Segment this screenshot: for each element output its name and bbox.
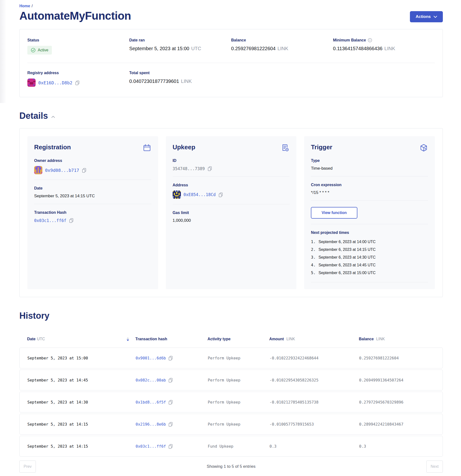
view-function-button[interactable]: View function (311, 207, 357, 219)
table-row: September 5, 2023 at 14:45 0x082c...00ab… (19, 370, 443, 391)
owner-address-group: Owner address 0x9d08...b717 (34, 159, 151, 180)
sort-descending-icon[interactable] (127, 337, 129, 341)
row-date: September 5, 2023 at 14:30 (27, 400, 136, 405)
details-heading-label: Details (19, 111, 48, 121)
status-card-row-1: Status Active Date ran September 5, 2023… (27, 38, 435, 55)
row-date: September 5, 2023 at 15:00 (27, 356, 136, 360)
date-ran-value: September 5, 2023 at 15:00 (129, 46, 189, 51)
upkeep-title: Upkeep (173, 144, 195, 151)
row-balance: 0.28994224210843467 (359, 422, 435, 426)
row-activity: Perform Upkeep (208, 378, 270, 382)
item-number: 2. (311, 246, 315, 254)
row-hash-link[interactable]: 0x2196...8e6b (136, 422, 166, 426)
row-hash-link[interactable]: 0x1bd8...6f5f (136, 400, 166, 405)
table-row: September 5, 2023 at 14:15 0x2196...8e6b… (19, 414, 443, 434)
details-card: Registration Owner address 0x9d08...b717 (19, 128, 443, 297)
upkeep-card: Upkeep ID 354748...7389 Address (166, 136, 296, 289)
info-icon[interactable] (368, 38, 372, 42)
gas-limit-group: Gas limit 1,000,000 (173, 211, 290, 228)
trigger-card: Trigger Type Time-based Cron expression … (304, 136, 435, 289)
registration-tx-link[interactable]: 0x03c1...ff6f (34, 218, 66, 223)
row-date: September 5, 2023 at 14:15 (27, 444, 136, 449)
status-card-row-2: Registry address 0xE16D...D8b2 Total spe… (27, 71, 435, 87)
column-header-amount: Amount LINK (269, 337, 359, 341)
table-row: September 5, 2023 at 14:30 0x1bd8...6f5f… (19, 392, 443, 413)
left-edge-shadow (0, 0, 6, 103)
copy-icon[interactable] (168, 400, 173, 405)
balance-header-unit: LINK (376, 337, 385, 341)
view-function-group: View function (311, 207, 428, 224)
details-heading: Details (19, 111, 443, 121)
breadcrumb: Home/ (19, 0, 443, 8)
copy-icon[interactable] (75, 80, 80, 85)
actions-button[interactable]: Actions (410, 11, 443, 22)
owner-address-link[interactable]: 0x9d08...b717 (45, 168, 79, 173)
amount-header-unit: LINK (287, 337, 295, 341)
row-hash-link[interactable]: 0x03c1...ff6f (136, 444, 166, 449)
copy-icon[interactable] (168, 378, 173, 383)
date-ran-label: Date ran (129, 38, 231, 42)
balance-value: 0.259276981222604 (231, 46, 276, 51)
registration-tx-group: Transaction Hash 0x03c1...ff6f (34, 210, 151, 228)
row-hash-link[interactable]: 0x9001...6d6b (136, 356, 166, 360)
total-spent-value: 0.04072301877739601 (129, 78, 179, 84)
copy-icon[interactable] (218, 192, 223, 197)
item-number: 1. (311, 238, 315, 246)
pagination-info: Showing 1 to 5 of 5 entries (207, 464, 255, 469)
history-rows: September 5, 2023 at 15:00 0x9001...6d6b… (19, 348, 443, 457)
row-activity: Perform Upkeep (208, 400, 270, 405)
trigger-title: Trigger (311, 144, 332, 151)
balance-field: Balance 0.259276981222604LINK (231, 38, 333, 55)
copy-icon[interactable] (168, 356, 173, 361)
row-amount: -0.0100577578915653 (270, 422, 359, 426)
row-amount: 0.3 (270, 444, 359, 449)
history-table-header: Date UTC Transaction hash Activity type … (19, 337, 443, 341)
gas-limit-label: Gas limit (173, 211, 290, 215)
copy-icon[interactable] (168, 422, 173, 427)
min-balance-value: 0.11364157484866436 (333, 46, 382, 51)
row-amount: -0.010229543058226325 (270, 378, 359, 382)
upkeep-address-group: Address 0xE854...18Cd (173, 183, 290, 204)
copy-icon[interactable] (82, 168, 86, 173)
upkeep-id-value: 354748...7389 (173, 166, 205, 171)
column-header-activity: Activity type (207, 337, 269, 341)
registration-title: Registration (34, 144, 71, 151)
trigger-type-label: Type (311, 159, 428, 163)
balance-unit: LINK (278, 46, 288, 51)
column-header-hash: Transaction hash (135, 337, 207, 341)
upkeep-id-group: ID 354748...7389 (173, 159, 290, 177)
date-header-unit: UTC (37, 337, 45, 341)
copy-icon[interactable] (168, 444, 173, 449)
registration-card: Registration Owner address 0x9d08...b717 (27, 136, 158, 289)
next-button[interactable]: Next (426, 460, 443, 473)
min-balance-unit: LINK (385, 46, 395, 51)
row-amount: -0.010212785405135738 (270, 400, 359, 405)
prev-button[interactable]: Prev (19, 460, 36, 473)
item-time: September 6, 2023 at 14:45 UTC (319, 261, 376, 269)
copy-icon[interactable] (207, 166, 212, 171)
status-card: Status Active Date ran September 5, 2023… (19, 29, 443, 97)
cron-value: */15 * * * * (311, 190, 428, 195)
registry-address-link[interactable]: 0xE16D...D8b2 (38, 80, 72, 85)
breadcrumb-home-link[interactable]: Home (19, 4, 30, 8)
date-header-label: Date (27, 337, 36, 341)
upkeep-address-link[interactable]: 0xE854...18Cd (183, 192, 216, 197)
cube-icon (419, 144, 428, 152)
status-field: Status Active (27, 38, 129, 55)
list-item: 3.September 6, 2023 at 14:30 UTC (311, 254, 428, 261)
upkeep-identicon (173, 190, 181, 199)
breadcrumb-separator: / (32, 4, 33, 8)
copy-icon[interactable] (69, 218, 74, 223)
total-spent-field: Total spent 0.04072301877739601LINK (129, 71, 231, 87)
min-balance-field: Minimum Balance 0.11364157484866436LINK (333, 38, 435, 55)
row-hash-link[interactable]: 0x082c...00ab (136, 378, 166, 382)
amount-header-label: Amount (269, 337, 284, 341)
list-item: 1.September 6, 2023 at 14:00 UTC (311, 238, 428, 246)
column-header-date: Date UTC (27, 337, 135, 341)
row-balance: 0.27972945670329896 (359, 400, 435, 405)
registry-label: Registry address (27, 71, 129, 75)
registration-date-label: Date (34, 186, 151, 190)
cron-label: Cron expression (311, 183, 428, 187)
chevron-up-icon[interactable] (51, 116, 55, 118)
registry-field: Registry address 0xE16D...D8b2 (27, 71, 129, 87)
